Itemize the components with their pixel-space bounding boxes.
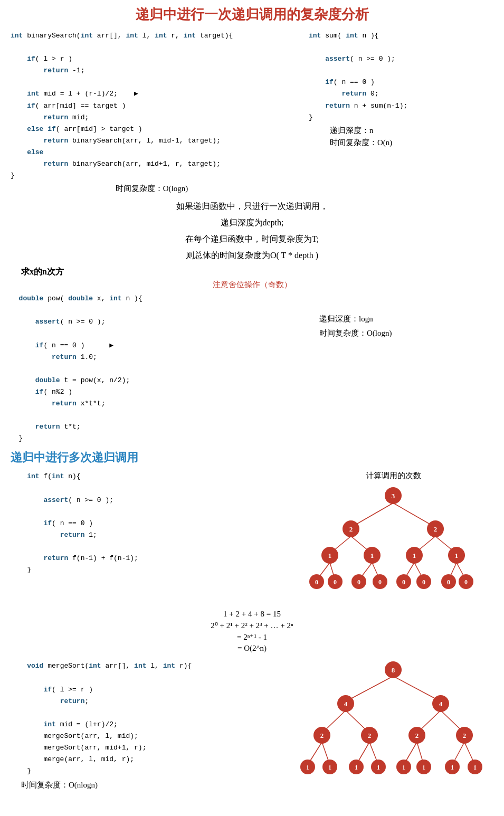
top-two-col: int binarySearch(int arr[], int l, int r… [11,30,493,196]
binary-search-complexity: 时间复杂度：O(logn) [11,184,293,194]
pow-complexity: 时间复杂度：O(logn) [319,328,493,338]
bottom-two-col: int f(int n){ assert( n >= 0 ); if( n ==… [11,471,493,606]
tree2-svg: 8 4 4 2 2 2 2 1 1 1 [293,660,493,813]
binary-search-section: int binarySearch(int arr[], int l, int r… [11,30,303,196]
tree1-svg: 3 2 2 1 1 1 1 0 0 0 [298,485,488,606]
svg-line-45 [393,676,441,701]
math-line-1: 1 + 2 + 4 + 8 = 15 [11,610,493,619]
pow-code: double pow( double x, int n ){ assert( n… [11,293,293,444]
svg-text:1: 1 [377,764,380,771]
svg-text:2: 2 [415,732,419,739]
pow-depth: 递归深度：logn [319,314,493,324]
svg-text:0: 0 [447,578,450,586]
pow-right-section: 递归深度：logn 时间复杂度：O(logn) [303,293,493,444]
sum-section: int sum( int n ){ assert( n >= 0 ); if( … [303,30,493,196]
binary-search-code: int binarySearch(int arr[], int l, int r… [11,30,293,182]
svg-text:1: 1 [328,552,332,559]
f-function-section: int f(int n){ assert( n >= 0 ); if( n ==… [11,471,293,606]
pow-section-title: 求x的n次方 [21,267,493,278]
svg-text:8: 8 [392,666,395,674]
svg-text:2: 2 [349,525,353,533]
svg-text:4: 4 [344,700,348,708]
svg-text:2: 2 [368,732,372,739]
svg-text:1: 1 [355,764,358,771]
sum-complexity: 时间复杂度：O(n) [330,138,493,148]
svg-text:0: 0 [315,578,318,586]
pow-two-col: double pow( double x, int n ){ assert( n… [11,293,493,444]
note-red: 注意舍位操作（奇数） [11,280,493,290]
mergesort-section: void mergeSort(int arr[], int l, int r){… [11,660,493,813]
main-title: 递归中进行一次递归调用的复杂度分析 [11,5,493,24]
svg-text:2: 2 [320,732,324,739]
svg-text:1: 1 [306,764,309,771]
rule-4: 则总体的时间复杂度为O( T * depth ) [11,250,493,261]
mergesort-code: void mergeSort(int arr[], int l, int r){… [11,660,288,777]
rule-2: 递归深度为depth; [11,217,493,229]
svg-text:0: 0 [357,578,360,586]
mergesort-code-section: void mergeSort(int arr[], int l, int r){… [11,660,293,813]
svg-text:0: 0 [422,578,425,586]
svg-text:1: 1 [402,764,405,771]
svg-text:1: 1 [473,764,477,771]
math-line-2: 2⁰ + 2¹ + 2² + 2³ + … + 2ⁿ [11,621,493,630]
tree1-title: 计算调用的次数 [293,471,493,481]
f-code: int f(int n){ assert( n >= 0 ); if( n ==… [11,471,288,576]
page-container: 递归中进行一次递归调用的复杂度分析 int binarySearch(int a… [0,0,504,816]
mergesort-complexity: 时间复杂度：O(nlogn) [21,780,288,790]
svg-text:1: 1 [455,552,459,559]
pow-code-section: double pow( double x, int n ){ assert( n… [11,293,303,444]
sum-code: int sum( int n ){ assert( n >= 0 ); if( … [309,30,493,124]
svg-text:0: 0 [402,578,405,586]
svg-text:2: 2 [434,525,438,533]
svg-text:0: 0 [334,578,337,586]
math-line-4: = O(2^n) [11,644,493,653]
section2-title: 递归中进行多次递归调用 [11,450,493,466]
svg-text:1: 1 [422,764,425,771]
math-section: 1 + 2 + 4 + 8 = 15 2⁰ + 2¹ + 2² + 2³ + …… [11,610,493,653]
svg-text:3: 3 [392,492,395,500]
svg-text:1: 1 [451,764,454,771]
svg-text:4: 4 [439,700,443,708]
svg-line-44 [346,676,393,701]
pow-complexity-info: 递归深度：logn 时间复杂度：O(logn) [319,314,493,338]
general-rules-section: 如果递归函数中，只进行一次递归调用， 递归深度为depth; 在每个递归函数中，… [11,201,493,261]
math-line-3: = 2ⁿ⁺¹ - 1 [11,632,493,642]
rule-3: 在每个递归函数中，时间复杂度为T; [11,234,493,245]
sum-depth: 递归深度：n [330,126,493,136]
tree1-section: 计算调用的次数 [293,471,493,606]
svg-text:0: 0 [378,578,382,586]
svg-text:2: 2 [463,732,467,739]
svg-text:0: 0 [464,578,468,586]
tree2-section: 8 4 4 2 2 2 2 1 1 1 [293,660,493,813]
svg-text:1: 1 [328,764,331,771]
rule-1: 如果递归函数中，只进行一次递归调用， [11,201,493,212]
svg-text:1: 1 [413,552,416,559]
svg-text:1: 1 [370,552,374,559]
